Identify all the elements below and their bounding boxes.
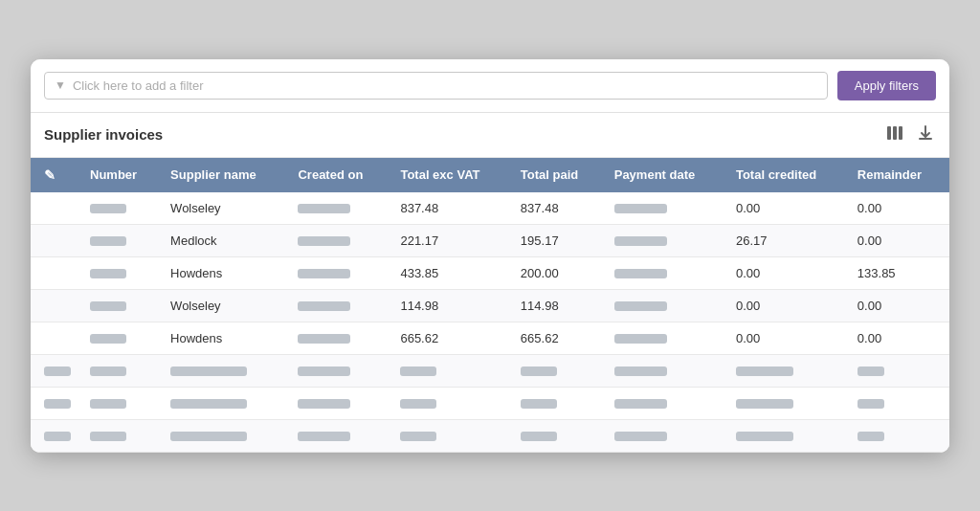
table-cell-remainder: 0.00	[848, 224, 949, 256]
table-cell	[161, 387, 288, 419]
apply-filters-button[interactable]: Apply filters	[837, 71, 936, 100]
table-cell-supplier: Howdens	[161, 322, 288, 354]
table-cell-payment-date	[605, 224, 726, 256]
table-cell-supplier: Howdens	[161, 256, 288, 289]
table-cell-number	[80, 192, 161, 225]
table-cell	[848, 354, 949, 387]
table-cell-created	[288, 256, 390, 289]
table-row: Howdens 433.85 200.00 0.00 133.85	[31, 256, 949, 289]
col-total-exc-vat: Total exc VAT	[390, 158, 510, 192]
table-cell	[848, 387, 949, 419]
col-total-paid: Total paid	[511, 158, 605, 192]
filter-placeholder: Click here to add a filter	[73, 78, 204, 93]
table-cell-supplier: Medlock	[161, 224, 288, 256]
table-cell	[31, 419, 80, 452]
filter-input-wrap[interactable]: ▼ Click here to add a filter	[44, 72, 828, 100]
table-cell	[390, 354, 510, 387]
table-cell	[80, 354, 161, 387]
table-cell-supplier: Wolseley	[161, 289, 288, 322]
table-cell-total-paid: 665.62	[511, 322, 605, 354]
table-cell-created	[288, 322, 390, 354]
svg-rect-3	[919, 138, 932, 140]
table-cell-remainder: 0.00	[848, 192, 949, 225]
table-cell-edit	[31, 192, 80, 225]
edit-icon: ✎	[44, 167, 56, 183]
table-cell	[726, 387, 848, 419]
table-cell-credited: 0.00	[726, 256, 848, 289]
col-supplier-name: Supplier name	[161, 158, 288, 192]
table-cell-number	[80, 322, 161, 354]
table-cell	[288, 354, 390, 387]
svg-rect-1	[893, 126, 897, 140]
table-cell	[31, 354, 80, 387]
table-row	[31, 419, 949, 452]
table-cell-total-exc: 665.62	[390, 322, 510, 354]
table-header: ✎ Number Supplier name Created on Total …	[31, 158, 949, 192]
table-cell-total-exc: 114.98	[390, 289, 510, 322]
svg-rect-2	[899, 126, 902, 140]
table-cell	[390, 419, 510, 452]
table-cell-total-exc: 433.85	[390, 256, 510, 289]
table-title: Supplier invoices	[44, 126, 884, 143]
col-remainder: Remainder	[848, 158, 949, 192]
table-cell	[80, 419, 161, 452]
table-cell	[288, 419, 390, 452]
table-cell-edit	[31, 256, 80, 289]
table-cell	[80, 387, 161, 419]
table-cell-edit	[31, 289, 80, 322]
col-created-on: Created on	[288, 158, 390, 192]
table-cell-total-paid: 837.48	[511, 192, 605, 225]
col-total-credited: Total credited	[726, 158, 848, 192]
table-cell-number	[80, 256, 161, 289]
table-cell	[605, 354, 726, 387]
table-cell-created	[288, 289, 390, 322]
table-cell-remainder: 133.85	[848, 256, 949, 289]
table-header-row: Supplier invoices	[31, 113, 949, 158]
col-edit: ✎	[31, 158, 80, 192]
table-cell-total-paid: 200.00	[511, 256, 605, 289]
svg-rect-0	[887, 126, 891, 140]
table-cell	[726, 419, 848, 452]
table-actions	[884, 122, 936, 147]
table-cell	[390, 387, 510, 419]
table-cell	[161, 354, 288, 387]
table-cell-payment-date	[605, 289, 726, 322]
table-cell	[848, 419, 949, 452]
col-payment-date: Payment date	[605, 158, 726, 192]
table-cell-total-paid: 195.17	[511, 224, 605, 256]
col-number: Number	[80, 158, 161, 192]
main-window: ▼ Click here to add a filter Apply filte…	[31, 59, 949, 453]
supplier-invoices-table: ✎ Number Supplier name Created on Total …	[31, 158, 949, 453]
table-row: Howdens 665.62 665.62 0.00 0.00	[31, 322, 949, 354]
table-cell	[31, 387, 80, 419]
table-cell-number	[80, 224, 161, 256]
table-row	[31, 354, 949, 387]
table-section: Supplier invoices	[31, 113, 949, 453]
table-cell-credited: 0.00	[726, 289, 848, 322]
table-cell-credited: 0.00	[726, 192, 848, 225]
table-cell-payment-date	[605, 322, 726, 354]
table-cell	[288, 387, 390, 419]
table-cell-created	[288, 224, 390, 256]
download-icon-button[interactable]	[915, 122, 936, 147]
table-cell	[511, 419, 605, 452]
table-cell	[726, 354, 848, 387]
table-cell-total-exc: 837.48	[390, 192, 510, 225]
table-cell	[161, 419, 288, 452]
table-cell-credited: 26.17	[726, 224, 848, 256]
table-cell-edit	[31, 322, 80, 354]
table-cell-credited: 0.00	[726, 322, 848, 354]
table-row: Wolseley 837.48 837.48 0.00 0.00	[31, 192, 949, 225]
table-cell-remainder: 0.00	[848, 322, 949, 354]
columns-icon-button[interactable]	[884, 122, 905, 147]
filter-icon: ▼	[55, 78, 66, 92]
table-cell-edit	[31, 224, 80, 256]
table-cell-supplier: Wolseley	[161, 192, 288, 225]
table-row: Medlock 221.17 195.17 26.17 0.00	[31, 224, 949, 256]
table-cell	[605, 419, 726, 452]
table-cell-created	[288, 192, 390, 225]
table-cell-total-exc: 221.17	[390, 224, 510, 256]
table-row	[31, 387, 949, 419]
table-row: Wolseley 114.98 114.98 0.00 0.00	[31, 289, 949, 322]
table-cell-payment-date	[605, 256, 726, 289]
